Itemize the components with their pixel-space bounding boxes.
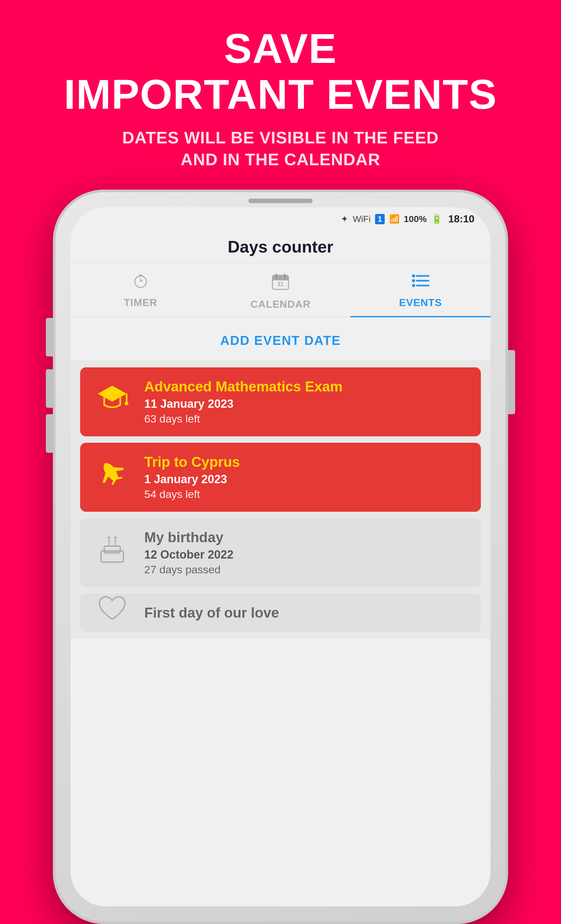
phone-body: ✦ WiFi 1 📶 100% 🔋 18:10 Days counter [53, 190, 508, 924]
svg-point-12 [412, 279, 415, 282]
calendar-icon: 31 [271, 272, 290, 295]
add-event-button[interactable]: ADD EVENT DATE [220, 333, 341, 348]
header-title-line1: SAVE [64, 26, 497, 72]
event-name-3: My birthday [144, 530, 468, 545]
events-icon [411, 272, 430, 294]
tab-calendar[interactable]: 31 CALENDAR [211, 263, 351, 316]
event-countdown-2: 54 days left [144, 488, 468, 501]
svg-point-10 [412, 274, 415, 278]
phone-screen: ✦ WiFi 1 📶 100% 🔋 18:10 Days counter [70, 207, 491, 906]
event-info-3: My birthday 12 October 2022 27 days pass… [144, 530, 468, 576]
header-subtitle-line1: DATES WILL BE VISIBLE IN THE FEED [64, 127, 497, 149]
event-name-1: Advanced Mathematics Exam [144, 379, 468, 394]
event-countdown-1: 63 days left [144, 412, 468, 425]
event-card-1[interactable]: Advanced Mathematics Exam 11 January 202… [80, 368, 481, 436]
event-date-1: 11 January 2023 [144, 397, 468, 411]
tab-timer[interactable]: TIMER [70, 263, 211, 316]
event-info-4: First day of our love [144, 605, 468, 621]
event-card-4[interactable]: First day of our love [80, 594, 481, 632]
bluetooth-icon: ✦ [341, 214, 348, 224]
svg-marker-16 [98, 386, 127, 402]
svg-rect-6 [272, 275, 289, 280]
svg-point-14 [412, 284, 415, 287]
event-info-2: Trip to Cyprus 1 January 2023 54 days le… [144, 454, 468, 501]
app-header: Days counter [70, 228, 491, 263]
add-event-section: ADD EVENT DATE [70, 317, 491, 361]
svg-point-18 [125, 401, 128, 405]
timer-icon [132, 272, 150, 294]
event-card-3[interactable]: My birthday 12 October 2022 27 days pass… [80, 518, 481, 587]
status-icons: ✦ WiFi 1 📶 100% 🔋 [341, 214, 442, 224]
tab-calendar-label: CALENDAR [250, 298, 311, 310]
tab-events[interactable]: EVENTS [350, 263, 491, 316]
sim-badge: 1 [375, 214, 384, 224]
status-bar: ✦ WiFi 1 📶 100% 🔋 18:10 [70, 207, 491, 228]
promo-header: SAVE IMPORTANT EVENTS DATES WILL BE VISI… [64, 0, 497, 183]
svg-text:31: 31 [277, 281, 284, 288]
app-title: Days counter [70, 237, 491, 256]
status-time: 18:10 [448, 213, 474, 225]
event-date-3: 12 October 2022 [144, 548, 468, 561]
speaker-grille [248, 199, 313, 203]
events-list: Advanced Mathematics Exam 11 January 202… [70, 361, 491, 639]
event-card-2[interactable]: Trip to Cyprus 1 January 2023 54 days le… [80, 443, 481, 512]
header-title-line2: IMPORTANT EVENTS [64, 72, 497, 117]
phone-mockup: ✦ WiFi 1 📶 100% 🔋 18:10 Days counter [53, 190, 508, 924]
event-info-1: Advanced Mathematics Exam 11 January 202… [144, 379, 468, 425]
signal-icon: 📶 [389, 214, 399, 224]
battery-label: 100% [404, 214, 427, 224]
event-name-2: Trip to Cyprus [144, 454, 468, 470]
event-icon-graduation [93, 382, 132, 421]
event-countdown-3: 27 days passed [144, 563, 468, 576]
battery-icon: 🔋 [431, 214, 442, 224]
wifi-icon: WiFi [353, 214, 371, 224]
tab-events-label: EVENTS [399, 297, 442, 309]
event-name-4: First day of our love [144, 605, 468, 621]
tabs-container: TIMER 31 CALENDAR [70, 263, 491, 317]
event-date-2: 1 January 2023 [144, 472, 468, 486]
event-icon-cake [93, 533, 132, 572]
event-icon-plane [93, 458, 132, 496]
header-subtitle-line2: AND IN THE CALENDAR [64, 149, 497, 171]
tab-timer-label: TIMER [124, 297, 157, 309]
event-icon-heart [93, 594, 132, 632]
